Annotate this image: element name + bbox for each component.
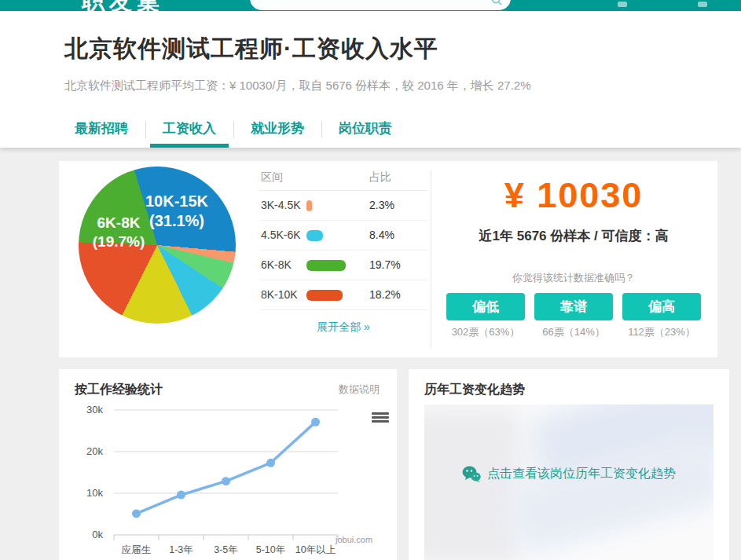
col-header-range: 区间 bbox=[261, 170, 283, 185]
vote-low-button[interactable]: 偏低 bbox=[446, 293, 525, 320]
search-box bbox=[250, 0, 511, 10]
vertical-divider bbox=[431, 170, 431, 348]
svg-text:5-10年: 5-10年 bbox=[256, 544, 286, 555]
experience-chart-card: 按工作经验统计 数据说明 0k10k20k30k应届生1-3年3-5年5-10年… bbox=[59, 369, 397, 560]
range-label: 6K-8K bbox=[261, 258, 292, 271]
experience-line-chart: 0k10k20k30k应届生1-3年3-5年5-10年10年以上 bbox=[65, 399, 380, 560]
expand-all-link[interactable]: 展开全部 » bbox=[259, 320, 427, 335]
svg-text:20k: 20k bbox=[86, 445, 103, 457]
vote-question: 你觉得该统计数据准确吗？ bbox=[440, 271, 707, 285]
range-bar bbox=[306, 230, 323, 241]
wechat-icon bbox=[462, 466, 481, 482]
page-header: 北京软件测试工程师·工资收入水平 北京软件测试工程师平均工资：¥ 10030/月… bbox=[0, 11, 741, 148]
table-header-row: 区间 占比 bbox=[259, 167, 427, 191]
jobui-watermark: jobui.com bbox=[336, 535, 372, 544]
table-row: 6K-8K 19.7% bbox=[259, 251, 427, 280]
salary-pie-wrap: 10K-15K (31.1%) 6K-8K (19.7%) bbox=[79, 167, 236, 324]
percent-value: 8.4% bbox=[369, 229, 394, 241]
vote-count: 112票（23%） bbox=[618, 325, 706, 339]
svg-text:应届生: 应届生 bbox=[122, 544, 152, 555]
percent-value: 2.3% bbox=[369, 199, 394, 211]
average-salary-value: ¥ 10030 bbox=[440, 175, 707, 216]
range-label: 3K-4.5K bbox=[261, 199, 301, 211]
table-row: 3K-4.5K 2.3% bbox=[259, 191, 427, 221]
svg-text:30k: 30k bbox=[86, 404, 103, 415]
svg-text:0k: 0k bbox=[92, 529, 103, 540]
svg-text:10年以上: 10年以上 bbox=[295, 544, 336, 555]
percent-value: 19.7% bbox=[369, 258, 401, 271]
header-icon[interactable] bbox=[618, 2, 627, 7]
range-label: 8K-10K bbox=[261, 288, 298, 301]
search-input[interactable] bbox=[261, 0, 481, 9]
svg-text:3-5年: 3-5年 bbox=[214, 544, 238, 555]
vote-col-low: 偏低 302票（63%） bbox=[442, 293, 530, 339]
top-nav-bar: 职友集 bbox=[0, 0, 741, 11]
trend-link-text[interactable]: 点击查看该岗位历年工资变化趋势 bbox=[487, 466, 676, 482]
percent-value: 18.2% bbox=[369, 288, 401, 301]
page-title: 北京软件测试工程师·工资收入水平 bbox=[64, 33, 438, 65]
header-icon[interactable] bbox=[698, 2, 707, 7]
vote-count: 66票（14%） bbox=[530, 325, 618, 339]
pie-label-line: 10K-15K bbox=[132, 192, 222, 211]
table-row: 4.5K-6K 8.4% bbox=[259, 221, 427, 251]
data-note-link[interactable]: 数据说明 bbox=[339, 382, 380, 397]
site-logo[interactable]: 职友集 bbox=[82, 0, 164, 11]
range-bar bbox=[306, 290, 343, 301]
sample-info: 近1年 5676 份样本 / 可信度：高 bbox=[440, 227, 707, 245]
range-bar bbox=[306, 260, 346, 271]
tab-employment-outlook[interactable]: 就业形势 bbox=[233, 112, 321, 148]
pie-label-line: 6K-8K bbox=[79, 214, 159, 232]
trend-title: 历年工资变化趋势 bbox=[424, 382, 525, 398]
salary-distribution-table: 区间 占比 3K-4.5K 2.3% 4.5K-6K 8.4% 6K-8K 19… bbox=[259, 167, 427, 335]
tab-salary-income[interactable]: 工资收入 bbox=[145, 112, 233, 148]
table-row: 8K-10K 18.2% bbox=[259, 280, 427, 310]
vote-col-high: 偏高 112票（23%） bbox=[618, 293, 706, 339]
trend-preview-area[interactable]: 点击查看该岗位历年工资变化趋势 bbox=[424, 404, 713, 560]
tab-bar: 最新招聘 工资收入 就业形势 岗位职责 bbox=[57, 112, 409, 148]
page-subtitle: 北京软件测试工程师平均工资：¥ 10030/月，取自 5676 份样本，较 20… bbox=[64, 79, 531, 93]
vote-col-fair: 靠谱 66票（14%） bbox=[530, 293, 618, 339]
tab-job-duties[interactable]: 岗位职责 bbox=[321, 112, 409, 148]
vote-count: 302票（63%） bbox=[442, 325, 530, 339]
experience-chart-title: 按工作经验统计 bbox=[75, 382, 163, 398]
vote-high-button[interactable]: 偏高 bbox=[622, 293, 701, 320]
trend-card: 历年工资变化趋势 点击查看该岗位历年工资变化趋势 bbox=[409, 369, 729, 560]
search-icon[interactable] bbox=[490, 0, 503, 6]
pie-label-line: (19.7%) bbox=[79, 232, 159, 251]
tab-latest-jobs[interactable]: 最新招聘 bbox=[57, 112, 145, 148]
salary-overview-card: 10K-15K (31.1%) 6K-8K (19.7%) 区间 占比 3K-4… bbox=[59, 161, 717, 357]
range-bar bbox=[306, 200, 312, 211]
blurred-chart-shape bbox=[424, 408, 523, 560]
vote-buttons-row: 偏低 302票（63%） 靠谱 66票（14%） 偏高 112票（23%） bbox=[440, 293, 707, 339]
col-header-percent: 占比 bbox=[369, 170, 391, 185]
vote-fair-button[interactable]: 靠谱 bbox=[534, 293, 613, 320]
svg-text:1-3年: 1-3年 bbox=[169, 544, 193, 555]
range-label: 4.5K-6K bbox=[261, 229, 301, 241]
salary-stats-panel: ¥ 10030 近1年 5676 份样本 / 可信度：高 你觉得该统计数据准确吗… bbox=[440, 161, 707, 357]
pie-label-6k-8k: 6K-8K (19.7%) bbox=[79, 214, 159, 251]
page-root: 职友集 北京软件测试工程师·工资收入水平 北京软件测试工程师平均工资：¥ 100… bbox=[0, 0, 741, 560]
svg-text:10k: 10k bbox=[86, 487, 103, 499]
trend-link-row[interactable]: 点击查看该岗位历年工资变化趋势 bbox=[424, 466, 713, 482]
